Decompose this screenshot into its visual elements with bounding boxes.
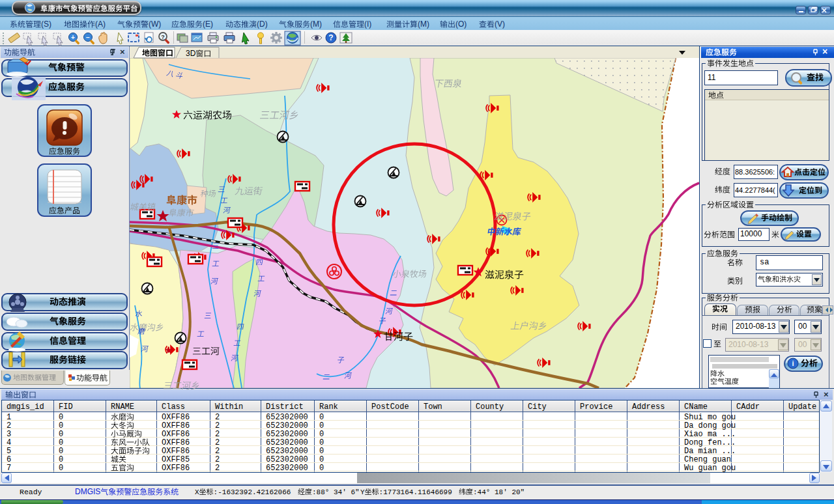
svg-text:−: − <box>86 34 90 41</box>
svg-text:652302000: 652302000 <box>266 430 308 439</box>
svg-text:2: 2 <box>215 421 220 430</box>
svg-text:(D): (D) <box>257 20 268 29</box>
svg-text:88.3625506:: 88.3625506: <box>735 168 775 176</box>
svg-text:PostCode: PostCode <box>371 402 409 412</box>
svg-text:0: 0 <box>319 421 324 430</box>
svg-text:Xiao ma ...: Xiao ma ... <box>684 430 736 439</box>
svg-text:CName: CName <box>684 402 708 412</box>
svg-text:Da mian ...: Da mian ... <box>684 447 736 456</box>
svg-text:652302000: 652302000 <box>266 421 308 430</box>
svg-text:dmgis_id: dmgis_id <box>7 402 44 412</box>
svg-text:0: 0 <box>319 413 324 422</box>
svg-text::44° 18′ 20″: :44° 18′ 20″ <box>473 488 525 496</box>
svg-text::88° 34′ 6″: :88° 34′ 6″ <box>312 488 360 496</box>
svg-text:County: County <box>476 402 504 412</box>
svg-text:×: × <box>824 389 829 399</box>
svg-text:DMGIS: DMGIS <box>75 487 100 496</box>
svg-text:652302000: 652302000 <box>266 438 308 447</box>
svg-text:0: 0 <box>319 464 324 473</box>
svg-text:0: 0 <box>59 464 63 473</box>
svg-text:0: 0 <box>319 455 324 464</box>
svg-text:652302000: 652302000 <box>266 464 308 473</box>
svg-text:44.2277844(: 44.2277844( <box>735 186 775 194</box>
svg-text:0: 0 <box>59 421 63 430</box>
svg-text:10000: 10000 <box>740 229 762 238</box>
svg-text:11: 11 <box>708 73 716 82</box>
svg-text:0: 0 <box>319 438 324 447</box>
svg-text:OXFF86: OXFF86 <box>162 447 190 456</box>
svg-text:OXFF86: OXFF86 <box>162 413 190 422</box>
svg-text:0: 0 <box>59 413 63 422</box>
svg-text:(I): (I) <box>364 20 371 29</box>
svg-text:0: 0 <box>59 438 63 447</box>
svg-text:(M): (M) <box>310 20 322 29</box>
svg-text:Da dong gou: Da dong gou <box>684 421 736 430</box>
svg-text:?: ? <box>328 33 333 42</box>
svg-text:Wu guan gou: Wu guan gou <box>684 464 736 473</box>
svg-text:City: City <box>528 402 547 412</box>
svg-text:OXFF86: OXFF86 <box>162 421 190 430</box>
svg-text:sa: sa <box>760 258 769 267</box>
svg-text:2: 2 <box>215 430 220 439</box>
svg-text::-1632392.42162066: :-1632392.42162066 <box>214 488 291 496</box>
svg-text:(E): (E) <box>203 20 213 29</box>
svg-text:3: 3 <box>7 430 11 439</box>
svg-text:Rank: Rank <box>319 402 338 412</box>
svg-text:(S): (S) <box>41 20 51 29</box>
svg-text:7: 7 <box>7 464 11 473</box>
svg-text:OXFF86: OXFF86 <box>162 464 190 473</box>
svg-text:District: District <box>266 402 304 412</box>
svg-text:0: 0 <box>319 447 324 456</box>
svg-text:×: × <box>120 47 125 57</box>
svg-text:652302000: 652302000 <box>266 447 308 456</box>
svg-text:652302000: 652302000 <box>266 413 308 422</box>
svg-text:6: 6 <box>7 455 11 464</box>
svg-text:0: 0 <box>59 430 63 439</box>
svg-text:4: 4 <box>7 438 11 447</box>
svg-text:(A): (A) <box>95 20 106 29</box>
svg-text:Town: Town <box>424 402 442 412</box>
svg-text:?: ? <box>161 34 165 40</box>
svg-text:2010-08-13: 2010-08-13 <box>728 340 769 349</box>
svg-text:Address: Address <box>632 402 665 412</box>
svg-text:2: 2 <box>215 455 220 464</box>
svg-text:Class: Class <box>162 402 185 412</box>
svg-text:(W): (W) <box>149 20 161 29</box>
svg-text:Ready: Ready <box>20 488 42 496</box>
svg-text:00: 00 <box>798 340 807 349</box>
svg-text:0: 0 <box>59 455 63 464</box>
svg-text:OXFF85: OXFF85 <box>162 455 190 464</box>
svg-text:Y: Y <box>360 488 365 496</box>
svg-text:3D: 3D <box>186 49 196 58</box>
svg-text:2: 2 <box>215 447 220 456</box>
svg-text:00: 00 <box>798 322 807 331</box>
svg-text:1: 1 <box>7 413 11 422</box>
svg-text:+: + <box>71 34 75 41</box>
svg-text:2: 2 <box>215 464 220 473</box>
svg-text:RNAME: RNAME <box>111 402 134 412</box>
svg-text:×: × <box>822 46 827 57</box>
svg-text:(O): (O) <box>455 20 467 29</box>
svg-text:OXFF86: OXFF86 <box>162 438 190 447</box>
svg-text:Within: Within <box>215 402 243 412</box>
svg-text::1773164.11646699: :1773164.11646699 <box>379 488 452 496</box>
svg-text:CAddr: CAddr <box>736 402 760 412</box>
svg-text:Provice: Provice <box>580 402 612 412</box>
svg-text:(M): (M) <box>418 20 429 29</box>
svg-text:Update: Update <box>788 402 816 412</box>
svg-text:OXFF86: OXFF86 <box>162 430 190 439</box>
svg-text:Cheng guan: Cheng guan <box>684 455 731 464</box>
svg-text:5: 5 <box>7 447 11 456</box>
svg-text:0: 0 <box>59 447 63 456</box>
svg-text:(V): (V) <box>495 20 505 29</box>
svg-text:i: i <box>792 359 794 367</box>
svg-text:0: 0 <box>319 430 324 439</box>
svg-text:2: 2 <box>215 413 220 422</box>
svg-text:FID: FID <box>59 402 73 412</box>
svg-text:X: X <box>195 488 199 496</box>
svg-text:652302000: 652302000 <box>266 455 308 464</box>
svg-text:2: 2 <box>215 438 220 447</box>
svg-text:Dong fen...: Dong fen... <box>684 438 736 447</box>
svg-text:2: 2 <box>7 421 11 430</box>
svg-text:Shui mo gou: Shui mo gou <box>684 413 736 422</box>
